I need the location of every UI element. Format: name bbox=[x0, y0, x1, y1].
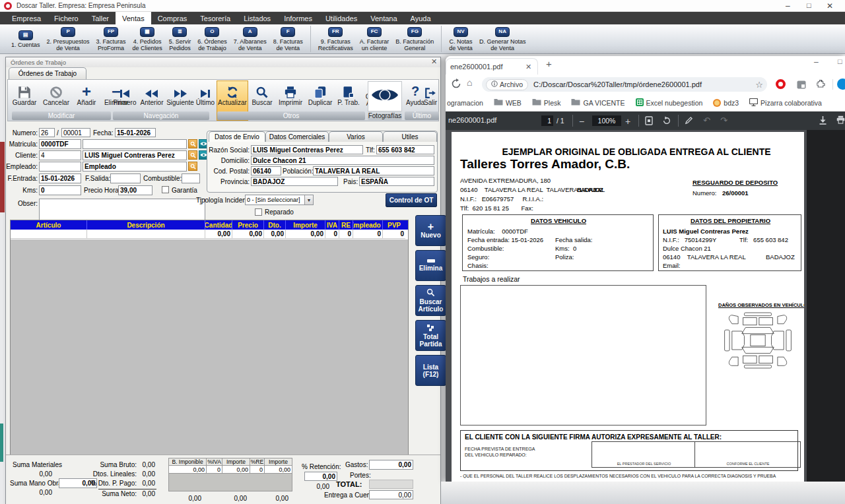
col-articulo[interactable]: Artículo bbox=[11, 220, 87, 230]
ot-close-icon[interactable]: ✕ bbox=[431, 57, 437, 66]
buscar-articulo-button[interactable]: BuscarArtículo bbox=[415, 285, 446, 316]
kms-field[interactable]: 0 bbox=[39, 185, 81, 195]
panels-icon[interactable] bbox=[797, 80, 806, 92]
tool-albaranes[interactable]: A7. Albaranesde Venta bbox=[230, 27, 270, 51]
tool-servir[interactable]: ≣5. ServirPedidos bbox=[166, 27, 195, 51]
address-bar[interactable]: Archivo C:/Doscar/Doscar%20Taller/tmp/ór… bbox=[482, 77, 767, 92]
col-importe[interactable]: Importe bbox=[286, 220, 325, 230]
rotate-icon[interactable] bbox=[662, 116, 671, 125]
bookmark-star-icon[interactable]: ☆ bbox=[755, 80, 763, 90]
razon-field[interactable]: LUIS Miguel Contreras Perez bbox=[251, 145, 363, 154]
tipologia-select[interactable]: 0 - [Sin Seleccionar] ▼ bbox=[245, 195, 314, 205]
col-dto[interactable]: Dto. bbox=[264, 220, 286, 230]
combustible-field[interactable] bbox=[182, 173, 200, 183]
fecha-field[interactable]: 15-01-2026 bbox=[115, 128, 156, 137]
annotate-pen-icon[interactable] bbox=[685, 116, 693, 125]
tlf-field[interactable]: 655 603 842 bbox=[376, 145, 434, 154]
cliente-search-button[interactable] bbox=[188, 150, 197, 160]
guardar-button[interactable]: Guardar bbox=[10, 82, 39, 106]
opera-extension-icon[interactable] bbox=[776, 79, 786, 89]
minimize-icon[interactable]: – bbox=[786, 1, 790, 11]
elimina-button[interactable]: Elimina bbox=[415, 250, 446, 281]
empleado-nombre-field[interactable]: Empleado bbox=[83, 162, 187, 172]
bookmark-pizarra[interactable]: Pizarra colaborativa bbox=[749, 98, 822, 108]
cp-field[interactable]: 06140 bbox=[251, 166, 281, 175]
tab-datos-envio[interactable]: Datos de Envio bbox=[209, 131, 265, 142]
tab-datos-comerciales[interactable]: Datos Comerciales bbox=[265, 131, 329, 142]
poblacion-field[interactable]: TALAVERA LA REAL bbox=[313, 166, 434, 175]
menu-tesoreria[interactable]: Tesorería bbox=[193, 12, 237, 24]
browser-minimize-icon[interactable]: – bbox=[814, 57, 819, 67]
buscar-button[interactable]: Buscar bbox=[249, 82, 275, 106]
col-descripcion[interactable]: Descripción bbox=[87, 220, 205, 230]
tool-facturar-cliente[interactable]: FCA. Facturarun cliente bbox=[356, 27, 393, 51]
tool-facturas[interactable]: F8. Facturasde Venta bbox=[270, 27, 306, 51]
tool-generar-notas[interactable]: NAD. Generar Notasde Venta bbox=[476, 27, 529, 51]
tab-varios[interactable]: Varios bbox=[329, 131, 383, 142]
reparado-checkbox[interactable] bbox=[255, 208, 262, 216]
ot-tab[interactable]: Órdenes de Trabajo bbox=[9, 67, 86, 79]
fit-page-icon[interactable] bbox=[645, 116, 653, 125]
salir-button[interactable]: Salir bbox=[422, 82, 439, 106]
nuevo-button[interactable]: + Nuevo bbox=[415, 215, 446, 246]
bookmark-plesk[interactable]: Plesk bbox=[532, 98, 561, 107]
extensions-puzzle-icon[interactable] bbox=[817, 79, 827, 92]
tool-pedidos[interactable]: ▦4. Pedidosde Clientes bbox=[129, 27, 166, 51]
col-pvp[interactable]: PVP bbox=[383, 220, 405, 230]
tool-rectificativas[interactable]: FR9. FacturasRectificativas bbox=[315, 27, 356, 51]
entrega-field[interactable]: 0,00 bbox=[369, 490, 413, 499]
tool-proforma[interactable]: FP3. FacturasProForma bbox=[93, 27, 129, 51]
menu-compras[interactable]: Compras bbox=[151, 12, 194, 24]
total-partida-button[interactable]: TotalPartida bbox=[415, 320, 446, 351]
ptrab-button[interactable]: P. Trab. bbox=[335, 82, 362, 106]
primero-button[interactable]: Primero bbox=[111, 82, 139, 106]
cliente-codigo-field[interactable]: 4 bbox=[39, 150, 81, 160]
domicilio-field[interactable]: Dulce Chacon 21 bbox=[251, 156, 434, 165]
tool-cuentas[interactable]: ▤1. Cuentas bbox=[8, 30, 44, 48]
bookmark-web[interactable]: WEB bbox=[494, 98, 522, 107]
tab-utiles[interactable]: Utiles bbox=[383, 131, 437, 142]
menu-fichero[interactable]: Fichero bbox=[48, 12, 85, 24]
tool-presupuestos[interactable]: P2. Presupuestosde Venta bbox=[44, 27, 93, 51]
col-re[interactable]: RE bbox=[339, 220, 353, 230]
fentrada-field[interactable]: 15-01-2026 bbox=[39, 173, 81, 183]
matricula-field[interactable]: 0000TDF bbox=[39, 139, 81, 149]
zoom-in-icon[interactable]: + bbox=[625, 116, 630, 127]
file-chip[interactable]: Archivo bbox=[486, 79, 528, 90]
download-icon[interactable] bbox=[819, 115, 827, 125]
ultimo-button[interactable]: Último bbox=[193, 82, 218, 106]
retencion-field[interactable]: 0,00 bbox=[304, 472, 337, 481]
matricula-search-button[interactable] bbox=[188, 139, 197, 148]
garantia-checkbox[interactable] bbox=[162, 186, 169, 193]
menu-listados[interactable]: Listados bbox=[237, 12, 277, 24]
menu-ayuda[interactable]: Ayuda bbox=[404, 12, 438, 24]
reload-icon[interactable] bbox=[451, 79, 461, 92]
menu-utilidades[interactable]: Utilidades bbox=[319, 12, 364, 24]
profile-avatar[interactable] bbox=[837, 79, 845, 90]
print-icon[interactable] bbox=[836, 115, 845, 124]
pais-field[interactable]: ESPAÑA bbox=[359, 177, 434, 186]
duplicar-button[interactable]: Duplicar bbox=[305, 82, 335, 106]
anterior-button[interactable]: Anterior bbox=[137, 82, 166, 106]
actualizar-button[interactable]: Actualizar bbox=[217, 82, 248, 106]
empleado-search-button[interactable] bbox=[188, 162, 197, 171]
menu-empresa[interactable]: Empresa bbox=[5, 12, 48, 24]
col-cantidad[interactable]: Cantidad bbox=[205, 220, 232, 230]
zoom-out-icon[interactable]: − bbox=[579, 116, 584, 127]
menu-informes[interactable]: Informes bbox=[277, 12, 319, 24]
bookmark-excel-nubegestion[interactable]: Excel nubegestion bbox=[636, 98, 703, 108]
col-empleado[interactable]: Empleado 1 bbox=[353, 220, 383, 230]
maximize-icon[interactable]: □ bbox=[807, 1, 811, 9]
tab-close-icon[interactable]: ✕ bbox=[525, 63, 531, 71]
lista-f12-button[interactable]: Lista(F12) bbox=[415, 355, 446, 386]
pdf-page-input[interactable]: 1 bbox=[541, 115, 553, 126]
matricula-desc-field[interactable] bbox=[83, 139, 187, 149]
tool-ordenes[interactable]: O6. Órdenesde Trabajo bbox=[194, 27, 230, 51]
imprimir-button[interactable]: Imprimir bbox=[275, 82, 306, 106]
cancelar-button[interactable]: Cancelar bbox=[40, 82, 73, 106]
browser-maximize-icon[interactable]: □ bbox=[838, 57, 842, 65]
bookmark-ga-vicente[interactable]: GA VICENTE bbox=[571, 98, 625, 107]
fotografias-button[interactable] bbox=[368, 81, 402, 111]
tool-notas-venta[interactable]: NVC. Notasde Venta bbox=[446, 27, 476, 51]
menu-ventana[interactable]: Ventana bbox=[364, 12, 403, 24]
